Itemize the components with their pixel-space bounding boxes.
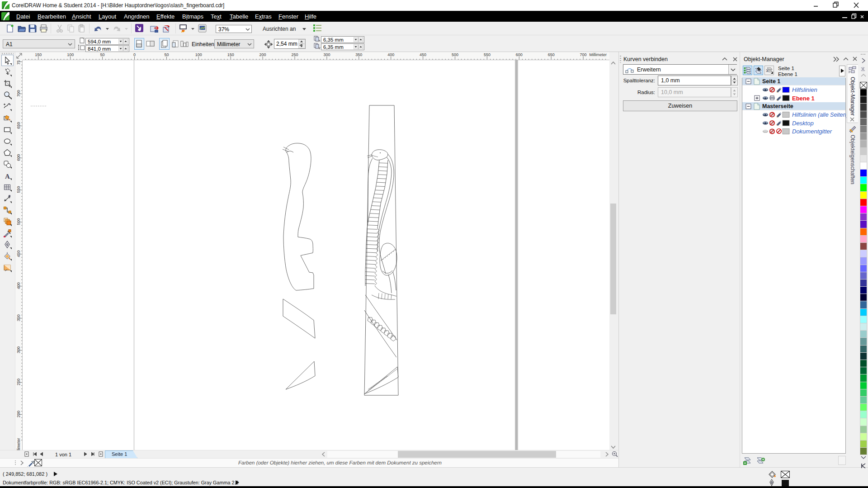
- svg-text:100: 100: [195, 52, 202, 57]
- svg-text:750: 750: [16, 60, 21, 65]
- svg-text:300: 300: [323, 52, 330, 57]
- svg-text:350: 350: [16, 314, 21, 321]
- svg-text:50: 50: [164, 52, 169, 57]
- svg-text:250: 250: [291, 52, 298, 57]
- svg-text:200: 200: [259, 52, 266, 57]
- svg-text:650: 650: [548, 52, 555, 57]
- svg-text:600: 600: [16, 154, 21, 161]
- svg-text:A: A: [5, 173, 10, 180]
- svg-text:400: 400: [16, 282, 21, 289]
- svg-text:250: 250: [16, 379, 21, 385]
- svg-text:1: 1: [766, 68, 768, 73]
- svg-text:600: 600: [516, 52, 523, 57]
- svg-text:x: x: [319, 39, 321, 42]
- svg-text:150: 150: [35, 52, 42, 57]
- svg-text:0: 0: [133, 52, 136, 57]
- svg-text:100: 100: [67, 52, 74, 57]
- svg-text:700: 700: [580, 52, 587, 57]
- svg-text:Millimeter: Millimeter: [589, 52, 607, 57]
- svg-text:500: 500: [16, 218, 21, 225]
- svg-text:500: 500: [452, 52, 458, 57]
- svg-text:450: 450: [16, 250, 21, 257]
- svg-text:450: 450: [420, 52, 426, 57]
- svg-text:650: 650: [16, 122, 21, 129]
- svg-text:700: 700: [16, 90, 21, 97]
- svg-text:1 von 1: 1 von 1: [55, 452, 71, 457]
- svg-text:550: 550: [16, 186, 21, 193]
- svg-text:y: y: [319, 46, 321, 49]
- svg-text:350: 350: [355, 52, 362, 57]
- svg-text:300: 300: [16, 346, 21, 353]
- svg-text:150: 150: [227, 52, 234, 57]
- svg-text:200: 200: [16, 411, 21, 417]
- svg-text:400: 400: [387, 52, 394, 57]
- svg-text:550: 550: [484, 52, 491, 57]
- svg-text:50: 50: [100, 52, 105, 57]
